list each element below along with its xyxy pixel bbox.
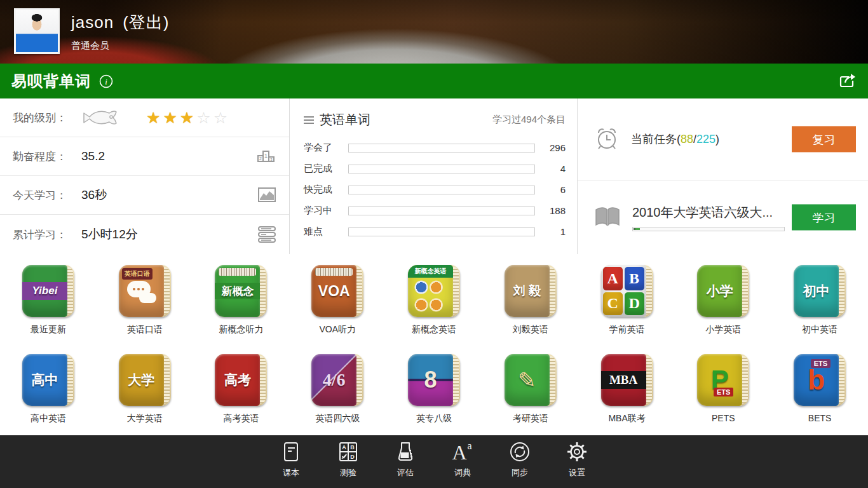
ranking-podium-icon[interactable]: 2 1 3 — [256, 147, 276, 165]
app-icon: P ETS — [697, 354, 749, 406]
star-empty-icon: ☆ — [196, 110, 210, 126]
app-icon-text: 8 — [408, 354, 453, 406]
toolbar-item-textbook[interactable]: 课本 — [271, 440, 311, 478]
user-header: jason(登出) 普通会员 — [0, 0, 868, 64]
app-icon: 高中 — [22, 354, 74, 406]
app-icon-face: 8 — [408, 354, 453, 406]
app-item[interactable]: 刘 毅 刘毅英语 — [489, 265, 572, 354]
progress-track — [348, 207, 535, 215]
app-item[interactable]: ✎ 考研英语 — [489, 354, 572, 443]
app-item[interactable]: 新概念 新概念听力 — [200, 265, 282, 354]
app-icon-face: ABCD — [601, 265, 646, 317]
app-icon-text: VOA — [311, 265, 356, 317]
app-icon: 8 — [408, 354, 460, 406]
app-icon-text: 大学 — [119, 354, 164, 406]
info-icon[interactable]: i — [98, 74, 114, 89]
app-item[interactable]: 高考 高考英语 — [200, 354, 282, 443]
bottom-toolbar: 课本 A B D 测验 评估 — [0, 435, 868, 488]
app-item[interactable]: ABCD 学前英语 — [586, 265, 668, 354]
app-label: MBA联考 — [608, 413, 645, 424]
toolbar-item-evaluate[interactable]: 评估 — [385, 440, 426, 478]
bar-row-almost: 快完成 6 — [304, 179, 566, 200]
app-icon-badge: 新概念英语 — [408, 265, 453, 278]
word-stats-title: 英语单词 — [320, 111, 370, 128]
book-progress-fill — [634, 228, 640, 230]
app-icon: 4/6 — [311, 354, 363, 406]
logout-link[interactable]: (登出) — [123, 13, 169, 32]
app-item[interactable]: 高中 高中英语 — [7, 354, 90, 443]
app-icon: 初中 — [794, 265, 846, 317]
menu-icon[interactable] — [304, 116, 314, 124]
svg-text:B: B — [350, 444, 355, 451]
task-done-count: 88 — [681, 133, 693, 146]
app-item[interactable]: 新概念英语 新概念英语 — [393, 265, 475, 354]
avatar[interactable] — [14, 8, 60, 54]
app-label: 小学英语 — [705, 324, 741, 336]
dictionary-icon: A a — [451, 440, 474, 463]
line-chart-icon[interactable] — [257, 187, 276, 203]
app-item[interactable]: MBA MBA联考 — [586, 354, 668, 443]
app-item[interactable]: 英语口语 英语口语 — [104, 265, 186, 354]
app-icon-face: 新概念 — [215, 265, 260, 317]
tasks-column: 当前任务(88/225) 复习 2010年大学英语六级大... 学习 — [577, 98, 868, 254]
app-icon-face: b ETS — [794, 354, 839, 406]
level-label: 我的级别： — [13, 111, 81, 125]
level-row: 我的级别： ★★★☆☆ — [0, 98, 289, 137]
app-icon-face: 初中 — [794, 265, 839, 317]
app-item[interactable]: 大学 大学英语 — [104, 354, 186, 443]
app-label: 英语四六级 — [315, 413, 360, 424]
app-item[interactable]: 初中 初中英语 — [778, 265, 861, 354]
svg-text:1: 1 — [264, 152, 268, 159]
total-study-label: 累计学习： — [13, 227, 81, 242]
personal-stats-column: 我的级别： ★★★☆☆ 勤奋程度： 35.2 2 1 3 — [0, 98, 289, 254]
app-item[interactable]: VOA VOA听力 — [296, 265, 379, 354]
app-icon-face: VOA — [311, 265, 356, 317]
waveform-decoration-icon — [219, 268, 256, 276]
app-item[interactable]: Yibei 最近更新 — [7, 265, 90, 354]
current-task-text: 当前任务(88/225) — [631, 132, 719, 147]
textbook-icon — [280, 440, 302, 463]
app-label: 高中英语 — [31, 413, 66, 424]
task-total-count: 225 — [696, 133, 715, 146]
diligence-row: 勤奋程度： 35.2 2 1 3 — [0, 137, 289, 176]
app-icon: b ETS — [794, 354, 846, 406]
star-filled-icon: ★ — [163, 110, 177, 126]
current-task-row: 当前任务(88/225) 复习 — [578, 98, 868, 180]
app-item[interactable]: 4/6 英语四六级 — [296, 354, 379, 443]
app-item[interactable]: P ETS PETS — [682, 354, 764, 443]
share-icon[interactable] — [837, 72, 857, 90]
app-icon-text: Yibei — [22, 282, 67, 300]
toolbar-item-quiz[interactable]: A B D 测验 — [328, 440, 369, 478]
app-item[interactable]: b ETS BETS — [778, 354, 861, 443]
svg-text:A: A — [452, 441, 466, 463]
toolbar-item-sync[interactable]: 同步 — [499, 440, 540, 478]
word-stats-summary: 学习过494个条目 — [492, 114, 566, 126]
progress-track — [348, 165, 535, 173]
app-item[interactable]: 8 英专八级 — [393, 354, 475, 443]
app-label: 大学英语 — [127, 413, 163, 424]
total-study-value: 5小时12分 — [81, 226, 138, 243]
bar-row-learned: 学会了 296 — [304, 137, 566, 158]
progress-track — [348, 144, 535, 152]
study-button[interactable]: 学习 — [792, 205, 856, 231]
book-task-row: 2010年大学英语六级大... 学习 — [578, 180, 868, 254]
app-label: 新概念英语 — [412, 324, 456, 336]
review-button[interactable]: 复习 — [792, 126, 856, 152]
app-icon-badge: 英语口语 — [122, 268, 153, 280]
app-icon-face: 英语口语 — [119, 265, 164, 317]
app-icon-sub-badge: ETS — [714, 388, 733, 396]
app-icon-face: 新概念英语 — [408, 265, 453, 317]
app-item[interactable]: 小学 小学英语 — [682, 265, 764, 354]
toolbar-item-settings[interactable]: 设置 — [557, 440, 597, 478]
alarm-clock-icon — [593, 125, 621, 153]
svg-text:A: A — [342, 444, 346, 451]
star-filled-icon: ★ — [180, 110, 194, 126]
toolbar-item-dictionary[interactable]: A a 词典 — [442, 440, 483, 478]
app-icon-text: 高考 — [215, 354, 260, 406]
app-icon-sub-badge: ETS — [811, 359, 831, 368]
book-title[interactable]: 2010年大学英语六级大... — [632, 204, 785, 221]
user-meta: jason(登出) 普通会员 — [71, 11, 169, 52]
open-book-icon — [593, 205, 622, 230]
app-icon: 新概念 — [215, 265, 267, 317]
stacked-list-icon[interactable] — [257, 226, 276, 243]
